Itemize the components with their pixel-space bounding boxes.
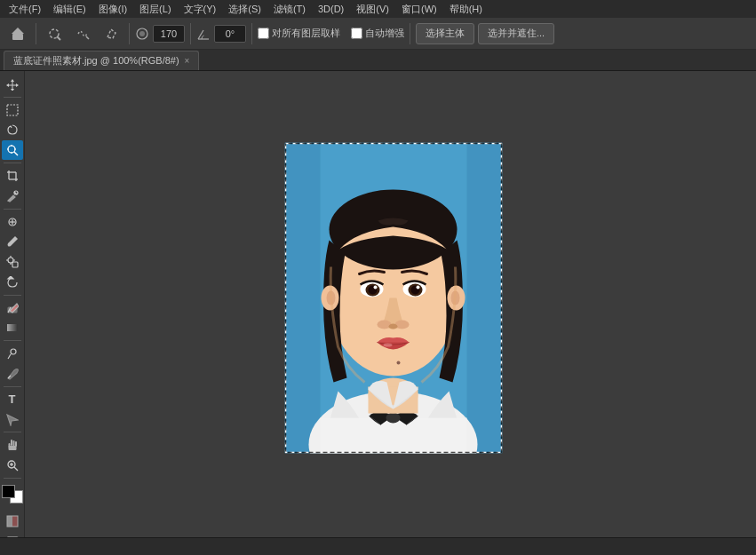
select-subject-button[interactable]: 选择主体 <box>416 23 474 44</box>
marquee-tool[interactable] <box>2 100 23 120</box>
eyedropper-tool[interactable] <box>2 186 23 206</box>
divider-1 <box>36 23 36 44</box>
menu-image[interactable]: 图像(I) <box>93 1 132 18</box>
text-tool[interactable]: T <box>2 390 23 409</box>
enhance-checkbox-wrap[interactable]: 自动增强 <box>351 27 404 40</box>
menu-help[interactable]: 帮助(H) <box>444 1 488 18</box>
canvas-area[interactable] <box>25 71 756 555</box>
document-tab[interactable]: 蓝底证件照素材.jpg @ 100%(RGB/8#) × <box>4 51 199 70</box>
home-button[interactable] <box>5 21 30 46</box>
svg-rect-36 <box>7 324 18 331</box>
healing-brush-tool[interactable] <box>2 212 23 232</box>
menu-window[interactable]: 窗口(W) <box>396 1 442 18</box>
tool-divider-7 <box>4 432 21 432</box>
svg-point-6 <box>139 31 145 36</box>
menu-file[interactable]: 文件(F) <box>4 1 46 18</box>
svg-rect-51 <box>12 516 18 527</box>
menu-3d[interactable]: 3D(D) <box>313 2 349 16</box>
svg-rect-59 <box>321 417 467 453</box>
toolbar: 对所有图层取样 自动增强 选择主体 选并并遮住... <box>0 18 756 50</box>
main-area: T <box>0 71 756 555</box>
svg-point-60 <box>386 412 401 423</box>
pen-tool[interactable] <box>2 364 23 384</box>
svg-point-75 <box>389 323 398 329</box>
all-layers-checkbox-wrap[interactable]: 对所有图层取样 <box>258 27 340 40</box>
tool-divider-1 <box>4 97 21 98</box>
brush-size-input[interactable] <box>153 25 185 43</box>
path-select-tool[interactable] <box>2 410 23 430</box>
svg-rect-45 <box>8 446 16 450</box>
text-icon: T <box>9 392 16 406</box>
clone-stamp-tool[interactable] <box>2 252 23 272</box>
tool-divider-5 <box>4 340 21 341</box>
tool-divider-6 <box>4 386 21 387</box>
svg-marker-32 <box>8 276 13 279</box>
foreground-color[interactable] <box>2 485 15 498</box>
svg-rect-10 <box>7 105 18 115</box>
menu-select[interactable]: 选择(S) <box>223 1 267 18</box>
tabbar: 蓝底证件照素材.jpg @ 100%(RGB/8#) × <box>0 50 756 71</box>
svg-line-38 <box>8 354 11 359</box>
quick-select-btn[interactable] <box>42 21 67 46</box>
svg-marker-9 <box>6 79 19 91</box>
divider-3 <box>190 23 191 44</box>
select-and-mask-button[interactable]: 选并并遮住... <box>478 23 554 44</box>
angle-input[interactable] <box>214 25 246 43</box>
all-layers-label: 对所有图层取样 <box>272 27 340 40</box>
move-tool[interactable] <box>2 75 23 94</box>
svg-line-8 <box>198 30 203 39</box>
history-brush-tool[interactable] <box>2 273 23 292</box>
svg-point-76 <box>384 343 393 346</box>
svg-line-4 <box>86 36 89 39</box>
dodge-tool[interactable] <box>2 344 23 363</box>
tab-filename: 蓝底证件照素材.jpg @ 100%(RGB/8#) <box>13 54 179 67</box>
tool-divider-8 <box>4 478 21 479</box>
svg-point-72 <box>417 285 420 289</box>
svg-rect-42 <box>12 440 14 447</box>
enhance-checkbox[interactable] <box>351 28 362 39</box>
zoom-tool[interactable] <box>2 456 23 475</box>
svg-point-74 <box>395 320 410 329</box>
all-layers-checkbox[interactable] <box>258 28 269 39</box>
enhance-label: 自动增强 <box>365 27 404 40</box>
hand-tool[interactable] <box>2 435 23 455</box>
brush-tool[interactable] <box>2 232 23 251</box>
svg-point-37 <box>11 349 16 354</box>
quick-mask-tool[interactable] <box>2 511 23 531</box>
svg-point-11 <box>8 146 15 153</box>
svg-marker-1 <box>12 28 24 34</box>
statusbar <box>0 537 756 555</box>
svg-rect-50 <box>7 516 12 527</box>
crop-tool[interactable] <box>2 166 23 186</box>
tool-divider-3 <box>4 209 21 210</box>
svg-rect-41 <box>11 440 12 446</box>
menu-filter[interactable]: 滤镜(T) <box>268 1 311 18</box>
menubar: 文件(F) 编辑(E) 图像(I) 图层(L) 文字(Y) 选择(S) 滤镜(T… <box>0 0 756 18</box>
svg-rect-0 <box>12 34 23 40</box>
svg-line-12 <box>14 152 18 155</box>
lasso-tool[interactable] <box>2 121 23 140</box>
brush-icon <box>135 27 149 41</box>
svg-line-47 <box>14 467 18 471</box>
refine-edge-btn[interactable] <box>70 21 95 46</box>
menu-type[interactable]: 文字(Y) <box>179 1 222 18</box>
menu-edit[interactable]: 编辑(E) <box>48 1 92 18</box>
svg-rect-57 <box>467 142 503 453</box>
svg-rect-31 <box>12 262 18 267</box>
tool-divider-4 <box>4 295 21 296</box>
menu-view[interactable]: 视图(V) <box>351 1 394 18</box>
passport-photo-svg <box>285 142 503 453</box>
menu-layer[interactable]: 图层(L) <box>134 1 176 18</box>
angle-icon <box>196 27 211 41</box>
color-swatch[interactable] <box>2 485 23 504</box>
gradient-tool[interactable] <box>2 319 23 338</box>
divider-5 <box>410 23 410 44</box>
polygon-select-btn[interactable] <box>99 21 123 46</box>
divider-2 <box>129 23 130 44</box>
svg-point-77 <box>397 361 401 364</box>
eraser-tool[interactable] <box>2 298 23 318</box>
svg-marker-40 <box>7 415 18 425</box>
quick-select-tool[interactable] <box>2 140 23 160</box>
photo-canvas <box>285 142 503 453</box>
tab-close-button[interactable]: × <box>185 57 190 66</box>
